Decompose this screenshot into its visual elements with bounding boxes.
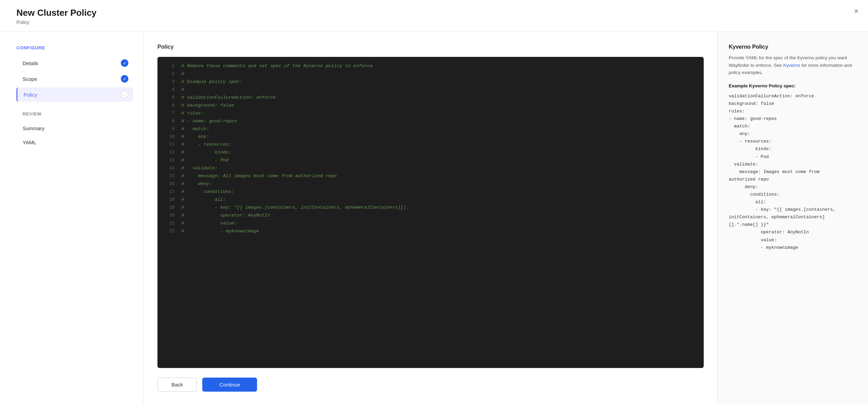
line-code: # - myknownimage bbox=[181, 228, 259, 235]
back-button[interactable]: Back bbox=[157, 378, 197, 392]
code-line: 13# - Pod bbox=[157, 157, 704, 164]
line-code: # any: bbox=[181, 133, 209, 141]
line-number: 6 bbox=[164, 102, 175, 109]
line-number: 5 bbox=[164, 94, 175, 101]
code-line: 16# deny: bbox=[157, 180, 704, 188]
code-line: 4# bbox=[157, 86, 704, 94]
line-number: 20 bbox=[164, 212, 175, 219]
line-code: # background: false bbox=[181, 102, 234, 110]
sidebar-item-details[interactable]: Details ✓ bbox=[16, 56, 133, 70]
code-line: 5# validationFailureAction: enforce bbox=[157, 94, 704, 102]
code-line: 22# - myknownimage bbox=[157, 228, 704, 235]
line-number: 7 bbox=[164, 110, 175, 117]
details-check-icon: ✓ bbox=[121, 59, 128, 67]
close-button[interactable]: × bbox=[854, 8, 858, 15]
code-line: 20# operator: AnyNotIn bbox=[157, 212, 704, 220]
line-code: # - name: good-repos bbox=[181, 118, 237, 125]
line-code: # - Pod bbox=[181, 157, 229, 164]
line-number: 10 bbox=[164, 133, 175, 140]
line-number: 17 bbox=[164, 188, 175, 196]
code-line: 17# conditions: bbox=[157, 188, 704, 196]
code-line: 19# - key: "{{ images.[containers, initC… bbox=[157, 204, 704, 212]
line-number: 3 bbox=[164, 78, 175, 86]
line-number: 15 bbox=[164, 172, 175, 180]
line-code: # bbox=[181, 86, 184, 94]
continue-button[interactable]: Continue bbox=[202, 378, 257, 392]
code-line: 3# Example policy spec: bbox=[157, 78, 704, 86]
code-line: 7# rules: bbox=[157, 110, 704, 118]
code-line: 18# all: bbox=[157, 196, 704, 204]
code-line: 14# validate: bbox=[157, 164, 704, 172]
code-line: 15# message: All images must come from a… bbox=[157, 172, 704, 180]
sidebar-item-yaml-label: YAML bbox=[23, 139, 36, 145]
line-number: 21 bbox=[164, 220, 175, 227]
code-line: 10# any: bbox=[157, 133, 704, 141]
line-code: # - key: "{{ images.[containers, initCon… bbox=[181, 204, 409, 212]
line-code: # conditions: bbox=[181, 188, 234, 196]
line-code: # deny: bbox=[181, 180, 212, 188]
code-line: 11# - resources: bbox=[157, 141, 704, 149]
line-code: # validate: bbox=[181, 164, 217, 172]
main-layout: CONFIGURE Details ✓ Scope ✓ Policy ✓ REV… bbox=[0, 32, 868, 404]
line-code: # bbox=[181, 70, 184, 78]
code-line: 9# match: bbox=[157, 125, 704, 133]
line-number: 14 bbox=[164, 164, 175, 172]
sidebar-item-scope-label: Scope bbox=[23, 76, 37, 82]
sidebar-item-policy-label: Policy bbox=[24, 92, 37, 98]
policy-check-icon: ✓ bbox=[121, 91, 128, 98]
line-code: # match: bbox=[181, 125, 209, 133]
page-title: New Cluster Policy bbox=[16, 8, 852, 18]
line-number: 9 bbox=[164, 125, 175, 133]
line-code: # message: All images must come from aut… bbox=[181, 172, 337, 180]
line-number: 16 bbox=[164, 180, 175, 188]
line-code: # - resources: bbox=[181, 141, 231, 149]
code-line: 21# value: bbox=[157, 220, 704, 228]
line-number: 19 bbox=[164, 204, 175, 211]
line-code: # operator: AnyNotIn bbox=[181, 212, 270, 220]
line-code: # Remove these comments and set spec of … bbox=[181, 62, 373, 70]
code-line: 1# Remove these comments and set spec of… bbox=[157, 62, 704, 70]
review-label: REVIEW bbox=[16, 111, 133, 116]
code-line: 12# kinds: bbox=[157, 149, 704, 157]
line-number: 12 bbox=[164, 149, 175, 156]
bottom-bar: Back Continue bbox=[157, 378, 704, 392]
line-number: 4 bbox=[164, 86, 175, 94]
right-panel-title: Kyverno Policy bbox=[729, 44, 857, 50]
sidebar-item-summary[interactable]: Summary bbox=[16, 122, 133, 135]
sidebar-item-details-label: Details bbox=[23, 60, 38, 66]
line-number: 2 bbox=[164, 70, 175, 78]
code-lines: 1# Remove these comments and set spec of… bbox=[157, 57, 704, 241]
line-code: # all: bbox=[181, 196, 226, 204]
scope-check-icon: ✓ bbox=[121, 75, 128, 83]
code-line: 2# bbox=[157, 70, 704, 78]
line-code: # Example policy spec: bbox=[181, 78, 242, 86]
example-code: validationFailureAction: enforce backgro… bbox=[729, 93, 857, 251]
line-number: 8 bbox=[164, 118, 175, 125]
line-code: # kinds: bbox=[181, 149, 231, 157]
right-panel: Kyverno Policy Provide YAML for the spec… bbox=[717, 32, 868, 404]
line-number: 11 bbox=[164, 141, 175, 148]
sidebar-item-scope[interactable]: Scope ✓ bbox=[16, 72, 133, 86]
page-header: New Cluster Policy Policy bbox=[0, 0, 868, 32]
code-line: 8# - name: good-repos bbox=[157, 118, 704, 125]
line-code: # rules: bbox=[181, 110, 204, 118]
right-panel-description: Provide YAML for the spec of the Kyverno… bbox=[729, 54, 857, 76]
line-code: # validationFailureAction: enforce bbox=[181, 94, 276, 102]
sidebar-item-summary-label: Summary bbox=[23, 125, 44, 131]
line-number: 18 bbox=[164, 196, 175, 204]
kyverno-link[interactable]: Kyverno bbox=[783, 63, 800, 68]
line-code: # value: bbox=[181, 220, 237, 228]
center-content: Policy 1# Remove these comments and set … bbox=[144, 32, 717, 404]
line-number: 22 bbox=[164, 228, 175, 235]
sidebar: CONFIGURE Details ✓ Scope ✓ Policy ✓ REV… bbox=[0, 32, 144, 404]
code-editor[interactable]: 1# Remove these comments and set spec of… bbox=[157, 57, 704, 368]
policy-section-title: Policy bbox=[157, 44, 704, 50]
code-line: 6# background: false bbox=[157, 102, 704, 110]
line-number: 13 bbox=[164, 157, 175, 164]
sidebar-item-yaml[interactable]: YAML bbox=[16, 136, 133, 149]
example-title: Example Kyverno Policy spec: bbox=[729, 83, 857, 88]
configure-label: CONFIGURE bbox=[16, 45, 133, 50]
line-number: 1 bbox=[164, 62, 175, 70]
sidebar-item-policy[interactable]: Policy ✓ bbox=[16, 87, 133, 102]
page-subtitle: Policy bbox=[16, 20, 852, 25]
